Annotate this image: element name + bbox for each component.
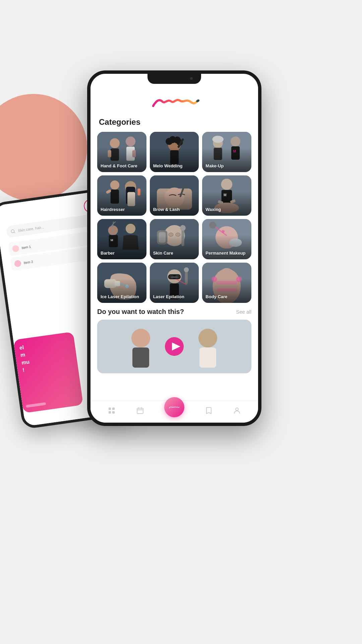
background-circle <box>0 94 87 201</box>
watch-section: Do you want to watch this? See all <box>90 303 258 377</box>
phone-screen[interactable]: Categories Ha <box>90 74 258 423</box>
category-hand-foot[interactable]: Hand & Foot Care <box>97 132 146 172</box>
nav-profile[interactable] <box>233 406 241 415</box>
category-permanent-makeup[interactable]: Permanent Makeup <box>202 219 251 259</box>
categories-title: Categories <box>90 116 258 132</box>
category-skin-care[interactable]: Skin Care <box>150 219 199 259</box>
category-laser-epilation[interactable]: Laser Epilation <box>150 263 199 303</box>
svg-rect-95 <box>109 408 111 410</box>
bookmark-icon <box>204 406 213 415</box>
back-search-text: Skin care, hair... <box>17 225 44 232</box>
category-ice-laser[interactable]: Ice Laser Epilation <box>97 263 146 303</box>
makeup-label: Make-Up <box>205 163 224 169</box>
phone-notch <box>147 74 201 84</box>
svg-rect-99 <box>137 408 143 414</box>
pink-promo-card: elmmu! <box>13 332 83 413</box>
body-care-label: Body Care <box>205 294 227 300</box>
home-icon <box>107 406 116 415</box>
waxing-label: Waxing <box>205 207 221 212</box>
category-melo-wedding[interactable]: Melo Wedding <box>150 132 199 172</box>
svg-rect-98 <box>112 411 115 414</box>
svg-point-89 <box>131 329 150 347</box>
category-waxing[interactable]: M Waxing <box>202 175 251 216</box>
svg-rect-97 <box>109 411 111 414</box>
bottom-navigation <box>90 400 258 421</box>
see-all-button[interactable]: See all <box>236 309 251 315</box>
nav-bookmark[interactable] <box>204 406 213 415</box>
ice-laser-label: Ice Laser Epilation <box>101 294 139 300</box>
nav-calendar[interactable] <box>136 406 144 415</box>
calendar-icon <box>136 406 144 415</box>
svg-rect-96 <box>112 408 115 410</box>
skincare-label: Skin Care <box>153 251 173 256</box>
svg-point-91 <box>198 329 217 347</box>
logo-area <box>90 86 258 116</box>
barber-label: Barber <box>101 251 115 256</box>
watch-preview-card[interactable] <box>97 320 251 373</box>
svg-rect-90 <box>132 347 149 368</box>
app-logo <box>144 92 204 111</box>
phone-main: Categories Ha <box>87 70 261 426</box>
wedding-label: Melo Wedding <box>153 163 183 169</box>
category-barber[interactable]: M Barber <box>97 219 146 259</box>
svg-rect-92 <box>199 347 216 368</box>
watch-title: Do you want to watch this? <box>97 308 184 316</box>
watch-header: Do you want to watch this? See all <box>97 308 251 316</box>
laser-label: Laser Epilation <box>153 294 184 300</box>
hairdresser-label: Hairdresser <box>101 207 125 212</box>
nav-home[interactable] <box>107 406 116 415</box>
brow-label: Brow & Lash <box>153 207 180 212</box>
hand-foot-label: Hand & Foot Care <box>101 163 137 169</box>
nav-center-button[interactable] <box>164 397 184 417</box>
svg-point-103 <box>236 408 238 411</box>
categories-grid: Hand & Foot Care <box>90 132 258 303</box>
category-makeup[interactable]: M Make-Up <box>202 132 251 172</box>
category-hairdresser[interactable]: Hairdresser <box>97 175 146 216</box>
permanent-label: Permanent Makeup <box>205 251 245 256</box>
notch-camera <box>190 77 193 80</box>
profile-icon <box>233 406 241 415</box>
category-brow-lash[interactable]: Brow & Lash <box>150 175 199 216</box>
category-body-care[interactable]: Body Care <box>202 263 251 303</box>
svg-point-1 <box>11 229 14 233</box>
